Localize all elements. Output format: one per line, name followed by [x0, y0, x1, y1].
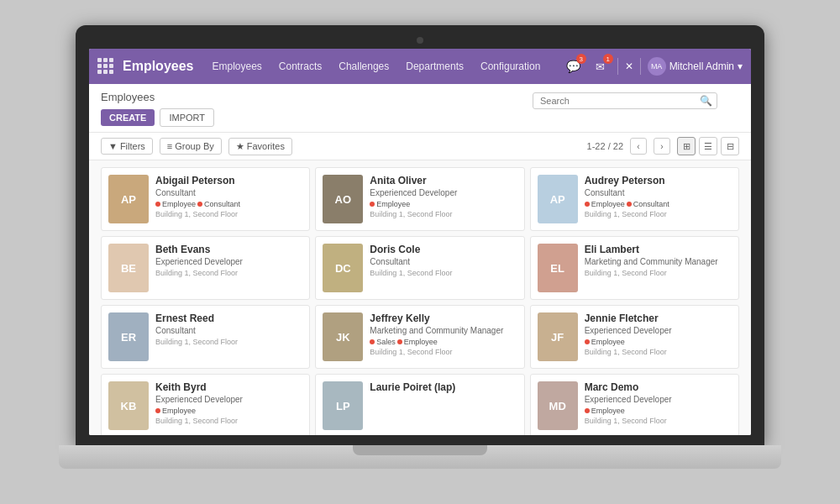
- user-name: Mitchell Admin: [669, 60, 734, 72]
- employee-list-content: AP Abigail Peterson Consultant Employee …: [89, 160, 751, 435]
- chat-icon-button[interactable]: 💬 3: [564, 56, 584, 76]
- employee-info: Abigail Peterson Consultant Employee Con…: [155, 175, 302, 218]
- employee-location: Building 1, Second Floor: [370, 210, 517, 218]
- employee-location: Building 1, Second Floor: [585, 269, 732, 277]
- employee-avatar: JF: [538, 312, 578, 361]
- employee-info: Ernest Reed Consultant Building 1, Secon…: [155, 312, 302, 346]
- employee-avatar: AP: [538, 175, 578, 223]
- nav-challenges[interactable]: Challenges: [337, 57, 391, 76]
- nav-departments[interactable]: Departments: [404, 57, 465, 76]
- employee-name: Abigail Peterson: [155, 175, 302, 186]
- import-button[interactable]: IMPORT: [160, 108, 214, 127]
- user-dropdown-icon: ▾: [738, 60, 743, 72]
- toolbar-right: 1-22 / 22 ‹ › ⊞ ☰ ⊟: [587, 137, 739, 155]
- list-view-button[interactable]: ☰: [699, 137, 717, 155]
- employee-job: Consultant: [370, 257, 517, 266]
- kanban-view-button[interactable]: ⊞: [677, 137, 696, 155]
- employee-job: Consultant: [585, 188, 732, 197]
- employee-avatar: AP: [108, 175, 149, 223]
- star-icon: ★: [236, 141, 244, 152]
- employee-location: Building 1, Second Floor: [370, 269, 517, 277]
- nav-divider: [617, 58, 618, 75]
- user-avatar: MA: [648, 57, 666, 76]
- laptop-notch: [353, 445, 487, 455]
- employee-avatar: BE: [108, 244, 149, 292]
- next-page-button[interactable]: ›: [654, 138, 670, 155]
- laptop-camera: [417, 37, 423, 44]
- employee-avatar: ER: [108, 312, 149, 361]
- employee-name: Jennie Fletcher: [585, 312, 732, 324]
- page-actions: CREATE IMPORT: [101, 108, 739, 127]
- nav-divider-2: [640, 58, 641, 75]
- create-button[interactable]: CREATE: [101, 109, 155, 126]
- employee-card[interactable]: LP Laurie Poiret (lap): [315, 374, 524, 435]
- employee-info: Jennie Fletcher Experienced Developer Em…: [585, 312, 732, 356]
- employee-info: Laurie Poiret (lap): [370, 381, 517, 396]
- employee-job: Experienced Developer: [585, 326, 732, 335]
- prev-page-button[interactable]: ‹: [630, 138, 647, 155]
- employee-card[interactable]: MD Marc Demo Experienced Developer Emplo…: [530, 374, 739, 435]
- employee-job: Consultant: [155, 326, 302, 335]
- employee-card[interactable]: KB Keith Byrd Experienced Developer Empl…: [101, 374, 310, 435]
- filters-button[interactable]: ▼ Filters: [101, 138, 153, 155]
- employee-name: Jeffrey Kelly: [370, 312, 517, 324]
- chat-badge: 3: [576, 54, 586, 64]
- employee-info: Jeffrey Kelly Marketing and Community Ma…: [370, 312, 517, 356]
- laptop-base: [59, 445, 781, 469]
- employee-location: Building 1, Second Floor: [155, 269, 302, 277]
- employee-avatar: DC: [323, 244, 363, 292]
- laptop-screen: Employees Employees Contracts Challenges…: [89, 49, 751, 435]
- message-icon-button[interactable]: ✉ 1: [591, 56, 611, 76]
- group-by-button[interactable]: ≡ Group By: [160, 138, 222, 155]
- employee-name: Audrey Peterson: [585, 175, 732, 186]
- nav-configuration[interactable]: Configuration: [479, 57, 542, 76]
- user-menu[interactable]: MA Mitchell Admin ▾: [648, 57, 743, 76]
- close-icon-button[interactable]: ✕: [625, 60, 633, 72]
- message-badge: 1: [603, 54, 613, 64]
- grid-view-button[interactable]: ⊟: [721, 137, 739, 155]
- favorites-button[interactable]: ★ Favorites: [228, 138, 292, 155]
- employee-job: Consultant: [155, 188, 302, 197]
- employee-card[interactable]: JF Jennie Fletcher Experienced Developer…: [530, 305, 739, 369]
- app-title: Employees: [123, 59, 193, 74]
- employee-name: Keith Byrd: [155, 381, 302, 393]
- employee-info: Doris Cole Consultant Building 1, Second…: [370, 244, 517, 277]
- app-menu-icon[interactable]: [97, 58, 114, 75]
- employee-info: Beth Evans Experienced Developer Buildin…: [155, 244, 302, 277]
- employee-job: Experienced Developer: [155, 257, 302, 266]
- employee-location: Building 1, Second Floor: [155, 210, 302, 218]
- app-container: Employees Employees Contracts Challenges…: [89, 49, 751, 435]
- employee-name: Anita Oliver: [370, 175, 517, 186]
- search-button[interactable]: 🔍: [700, 95, 712, 107]
- employee-location: Building 1, Second Floor: [585, 417, 732, 425]
- employee-card[interactable]: AP Audrey Peterson Consultant Employee C…: [530, 167, 739, 231]
- employee-avatar: LP: [323, 381, 363, 430]
- employee-location: Building 1, Second Floor: [155, 338, 302, 346]
- group-icon: ≡: [167, 141, 172, 151]
- employee-card[interactable]: BE Beth Evans Experienced Developer Buil…: [101, 236, 310, 300]
- top-navigation: Employees Employees Contracts Challenges…: [89, 49, 751, 84]
- pagination-info: 1-22 / 22: [587, 141, 623, 151]
- employee-card[interactable]: AO Anita Oliver Experienced Developer Em…: [315, 167, 524, 231]
- screen-bezel: Employees Employees Contracts Challenges…: [76, 25, 764, 445]
- filter-icon: ▼: [108, 141, 118, 151]
- employee-card[interactable]: ER Ernest Reed Consultant Building 1, Se…: [101, 305, 310, 369]
- employee-name: Doris Cole: [370, 244, 517, 255]
- employee-name: Ernest Reed: [155, 312, 302, 324]
- nav-contracts[interactable]: Contracts: [277, 57, 323, 76]
- nav-employees[interactable]: Employees: [210, 57, 263, 76]
- employee-info: Marc Demo Experienced Developer Employee…: [585, 381, 732, 425]
- employee-card[interactable]: AP Abigail Peterson Consultant Employee …: [101, 167, 310, 231]
- employee-card[interactable]: EL Eli Lambert Marketing and Community M…: [530, 236, 739, 300]
- search-input[interactable]: [533, 92, 717, 109]
- toolbar-left: ▼ Filters ≡ Group By ★ Favorites: [101, 138, 292, 155]
- employee-card[interactable]: JK Jeffrey Kelly Marketing and Community…: [315, 305, 524, 369]
- employee-card[interactable]: DC Doris Cole Consultant Building 1, Sec…: [315, 236, 524, 300]
- employee-job: Experienced Developer: [370, 188, 517, 197]
- employee-location: Building 1, Second Floor: [155, 417, 302, 425]
- employee-info: Audrey Peterson Consultant Employee Cons…: [585, 175, 732, 218]
- employee-job: Marketing and Community Manager: [585, 257, 732, 266]
- employee-name: Marc Demo: [585, 381, 732, 393]
- employee-avatar: MD: [538, 381, 578, 430]
- employee-name: Eli Lambert: [585, 244, 732, 255]
